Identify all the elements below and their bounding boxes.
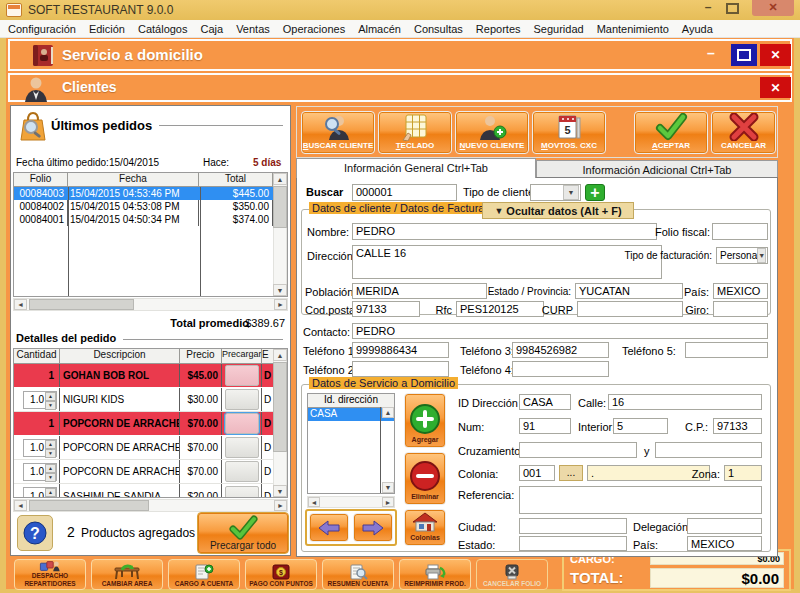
- tipo-facturacion-select[interactable]: Persona▼: [716, 247, 768, 264]
- eliminar-button[interactable]: Eliminar: [404, 452, 446, 505]
- buscar-cliente-button[interactable]: BUSCAR CLIENTE: [301, 111, 375, 154]
- menu-configuracion[interactable]: Configuración: [8, 23, 76, 35]
- cargo-a-cuenta-button[interactable]: CARGO A CUENTA: [168, 559, 240, 590]
- despacho-repartidores-button[interactable]: DESPACHO REPARTIDORES: [14, 559, 86, 590]
- cancelar-button[interactable]: CANCELAR: [711, 111, 776, 154]
- tipo-cliente-select[interactable]: ▼: [530, 184, 581, 201]
- quantity-stepper[interactable]: 1.0 ▲▼: [23, 439, 57, 457]
- col-folio[interactable]: Folio: [14, 173, 68, 187]
- agregar-button[interactable]: Agregar: [404, 393, 446, 448]
- colonias-button[interactable]: Colonias: [404, 509, 446, 546]
- rfc-input[interactable]: PES120125: [456, 301, 544, 317]
- menu-caja[interactable]: Caja: [201, 23, 224, 35]
- address-list-header[interactable]: Id. dirección: [308, 394, 394, 408]
- menu-almacen[interactable]: Almacén: [358, 23, 401, 35]
- tab-informacion-adicional[interactable]: Información Adicional Ctrl+Tab: [536, 160, 778, 178]
- spinner-up-icon[interactable]: ▲: [45, 440, 56, 449]
- precargar-button[interactable]: [225, 365, 259, 386]
- spinner-down-icon[interactable]: ▼: [45, 449, 56, 458]
- precargar-button[interactable]: [225, 461, 259, 482]
- scroll-right-icon[interactable]: ►: [382, 497, 394, 507]
- orders-hscroll-thumb[interactable]: [29, 299, 134, 310]
- menu-consultas[interactable]: Consultas: [414, 23, 463, 35]
- cambiar-area-button[interactable]: CAMBIAR AREA: [91, 559, 163, 590]
- spinner-down-icon[interactable]: ▼: [45, 401, 56, 410]
- precargar-button[interactable]: [225, 486, 259, 498]
- col-total[interactable]: Total: [199, 173, 273, 187]
- menu-catalogos[interactable]: Catálogos: [138, 23, 188, 35]
- spinner-up-icon[interactable]: ▲: [45, 464, 56, 473]
- colonia-code-input[interactable]: 001: [519, 465, 555, 481]
- id-direccion-input[interactable]: CASA: [519, 394, 571, 410]
- servicio-minimize-button[interactable]: –: [707, 45, 715, 61]
- col-descripcion[interactable]: Descripcion: [60, 349, 180, 364]
- menu-ventas[interactable]: Ventas: [236, 23, 270, 35]
- help-button[interactable]: ?: [17, 515, 53, 551]
- col-fecha[interactable]: Fecha: [68, 173, 199, 187]
- quantity-stepper[interactable]: 1.0 ▲▼: [23, 487, 57, 497]
- add-tipo-cliente-button[interactable]: +: [585, 184, 605, 201]
- order-row[interactable]: 00084001 15/04/2015 04:50:34 PM $374.00: [14, 213, 287, 226]
- calle-input[interactable]: 16: [608, 394, 762, 410]
- scroll-right-icon[interactable]: ►: [274, 500, 287, 511]
- giro-input[interactable]: [713, 301, 768, 317]
- buscar-input[interactable]: 000001: [352, 184, 457, 201]
- prev-address-button[interactable]: [309, 513, 349, 542]
- nombre-input[interactable]: PEDRO: [352, 223, 657, 240]
- folio-fiscal-input[interactable]: [712, 223, 768, 240]
- scroll-up-icon[interactable]: ▲: [273, 173, 287, 185]
- col-cantidad[interactable]: Cantidad: [14, 349, 60, 364]
- scroll-left-icon[interactable]: ◄: [14, 299, 27, 310]
- cp-input[interactable]: 97133: [713, 418, 762, 434]
- scroll-up-icon[interactable]: ▲: [382, 407, 394, 418]
- telefono5-input[interactable]: [685, 342, 768, 358]
- scroll-down-icon[interactable]: ▼: [382, 482, 394, 493]
- cod-postal-input[interactable]: 97133: [352, 301, 420, 317]
- menu-seguridad[interactable]: Seguridad: [534, 23, 584, 35]
- cruzamientos2-input[interactable]: [655, 442, 762, 458]
- detail-row[interactable]: 1 POPCORN DE ARRACHERA $70.00 D: [14, 412, 275, 436]
- colonia-browse-button[interactable]: ...: [559, 465, 583, 481]
- menu-reportes[interactable]: Reportes: [476, 23, 521, 35]
- quantity-stepper[interactable]: 1.0 ▲▼: [23, 391, 57, 409]
- telefono3-input[interactable]: 9984526982: [512, 342, 609, 358]
- detail-row[interactable]: 1.0 ▲▼ POPCORN DE ARRACHERA $70.00 D: [14, 436, 275, 460]
- estado-input[interactable]: [519, 536, 627, 551]
- servicio-close-button[interactable]: ✕: [760, 44, 791, 66]
- precargar-button[interactable]: [225, 437, 259, 458]
- menu-mantenimiento[interactable]: Mantenimiento: [597, 23, 669, 35]
- detail-row[interactable]: 1.0 ▲▼ NIGURI KIDS $30.00 D: [14, 388, 275, 412]
- servicio-maximize-button[interactable]: [731, 44, 757, 66]
- num-input[interactable]: 91: [519, 418, 571, 434]
- menu-ayuda[interactable]: Ayuda: [682, 23, 713, 35]
- telefono1-input[interactable]: 9999886434: [352, 342, 449, 358]
- curp-input[interactable]: [577, 301, 683, 317]
- spinner-down-icon[interactable]: ▼: [45, 473, 56, 482]
- telefono2-input[interactable]: [352, 361, 449, 377]
- spinner-up-icon[interactable]: ▲: [45, 488, 56, 497]
- pais-domicilio-input[interactable]: MEXICO: [687, 536, 762, 551]
- scroll-left-icon[interactable]: ◄: [308, 497, 320, 507]
- referencia-input[interactable]: [519, 486, 762, 514]
- maximize-button[interactable]: [726, 3, 739, 14]
- close-button[interactable]: ✕: [752, 0, 794, 16]
- telefono4-input[interactable]: [512, 361, 609, 377]
- resumen-cuenta-button[interactable]: RESUMEN CUENTA: [322, 559, 394, 590]
- scroll-right-icon[interactable]: ►: [274, 299, 287, 310]
- detail-row[interactable]: 1 GOHAN BOB ROL $45.00 D: [14, 364, 275, 388]
- menu-edicion[interactable]: Edición: [89, 23, 125, 35]
- quantity-stepper[interactable]: 1.0 ▲▼: [23, 463, 57, 481]
- clientes-close-button[interactable]: ✕: [760, 77, 791, 98]
- movtos-cxc-button[interactable]: 5 MOVTOS. CXC: [532, 111, 606, 154]
- estado-provincia-input[interactable]: YUCATAN: [575, 283, 683, 299]
- detail-row[interactable]: 1.0 ▲▼ POPCORN DE ARRACHERA $70.00 D: [14, 460, 275, 484]
- orders-vscroll-thumb[interactable]: [273, 186, 287, 228]
- aceptar-button[interactable]: ACEPTAR: [634, 111, 708, 154]
- spinner-up-icon[interactable]: ▲: [45, 392, 56, 401]
- col-precio[interactable]: Precio: [180, 349, 222, 364]
- details-hscroll-thumb[interactable]: [29, 500, 149, 511]
- menu-operaciones[interactable]: Operaciones: [283, 23, 345, 35]
- scroll-down-icon[interactable]: ▼: [273, 284, 287, 296]
- reimprimir-prod-button[interactable]: REIMPRIMIR PROD.: [399, 559, 471, 590]
- ocultar-datos-button[interactable]: ▼ Ocultar datos (Alt + F): [482, 202, 634, 219]
